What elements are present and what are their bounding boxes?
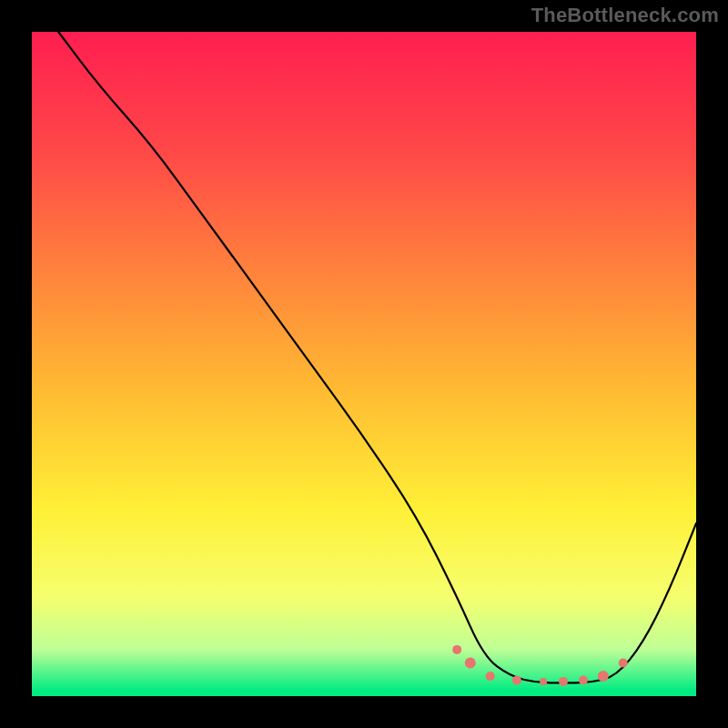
optimal-range-markers bbox=[452, 645, 628, 686]
optimal-marker bbox=[559, 677, 568, 686]
curve-layer bbox=[32, 32, 696, 696]
plot-area bbox=[32, 32, 696, 696]
optimal-marker bbox=[452, 645, 461, 654]
optimal-marker bbox=[486, 672, 495, 681]
optimal-marker bbox=[598, 671, 609, 682]
optimal-marker bbox=[619, 659, 628, 668]
chart-frame: TheBottleneck.com bbox=[0, 0, 728, 728]
optimal-marker bbox=[465, 658, 476, 669]
optimal-marker bbox=[540, 678, 547, 685]
optimal-marker bbox=[512, 676, 521, 685]
attribution-text: TheBottleneck.com bbox=[531, 4, 719, 27]
bottleneck-curve bbox=[58, 32, 696, 682]
optimal-marker bbox=[579, 676, 588, 685]
